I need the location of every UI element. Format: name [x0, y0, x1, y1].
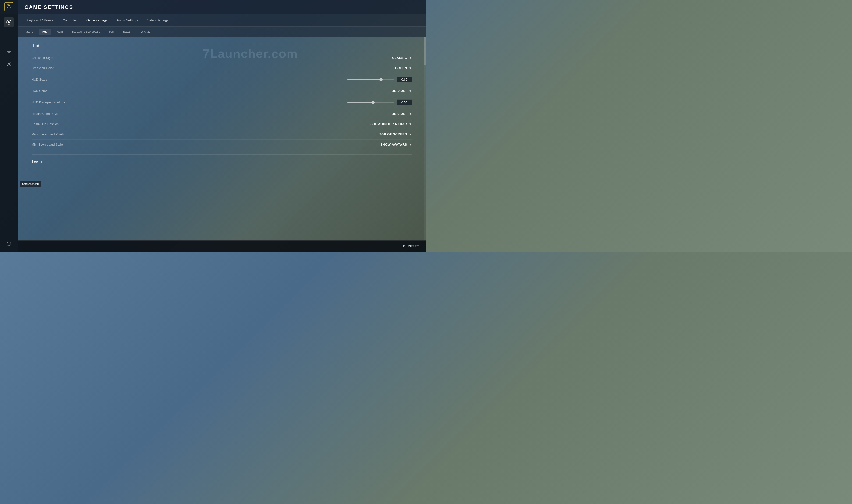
- health-ammo-style-label: Health/Ammo Style: [32, 112, 120, 115]
- crosshair-color-value: GREEN: [395, 66, 407, 70]
- csgo-logo: CS GO: [4, 2, 14, 12]
- svg-rect-5: [7, 35, 11, 38]
- sidebar-icons: [4, 14, 14, 239]
- crosshair-style-control: CLASSIC ▼: [120, 56, 412, 59]
- health-ammo-style-dropdown[interactable]: DEFAULT ▼: [392, 112, 412, 115]
- reset-button[interactable]: ↺ RESET: [403, 244, 419, 249]
- hud-color-chevron-icon: ▼: [409, 89, 412, 93]
- setting-row-bomb-hud-position: Bomb Hud Position SHOW UNDER RADAR ▼: [32, 119, 412, 129]
- hud-scale-slider-container: 0.85: [347, 76, 412, 83]
- mini-scoreboard-position-control: TOP OF SCREEN ▼: [120, 132, 412, 136]
- hud-bg-alpha-thumb: [371, 101, 375, 104]
- setting-row-mini-scoreboard-position: Mini-Scoreboard Position TOP OF SCREEN ▼: [32, 129, 412, 140]
- section-spacer: [32, 150, 412, 155]
- setting-row-crosshair-style: Crosshair Style CLASSIC ▼: [32, 53, 412, 63]
- sub-tabs: Game Hud Team Spectator / Scoreboard Ite…: [18, 26, 426, 37]
- bomb-hud-position-chevron-icon: ▼: [409, 123, 412, 126]
- tab-game-settings[interactable]: Game settings: [82, 15, 112, 26]
- team-section-title: Team: [32, 159, 412, 164]
- tab-audio-settings[interactable]: Audio Settings: [112, 15, 143, 26]
- bottom-bar: ↺ RESET: [18, 240, 426, 252]
- page-title: GAME SETTINGS: [24, 4, 73, 10]
- subtab-spectator-scoreboard[interactable]: Spectator / Scoreboard: [68, 29, 104, 35]
- setting-row-mini-scoreboard-style: Mini-Scoreboard Style SHOW AVATARS ▼: [32, 140, 412, 150]
- tv-icon[interactable]: [4, 46, 14, 55]
- hud-scale-value: 0.85: [397, 76, 412, 83]
- reset-label: RESET: [408, 245, 419, 248]
- bomb-hud-position-value: SHOW UNDER RADAR: [370, 122, 407, 126]
- bomb-hud-position-label: Bomb Hud Position: [32, 122, 120, 126]
- hud-section-title: Hud: [32, 44, 412, 48]
- svg-rect-6: [7, 49, 11, 52]
- tab-controller[interactable]: Controller: [58, 15, 82, 26]
- mini-scoreboard-position-dropdown[interactable]: TOP OF SCREEN ▼: [379, 132, 412, 136]
- top-bar: GAME SETTINGS: [18, 0, 426, 15]
- hud-scale-thumb: [379, 78, 383, 81]
- mini-scoreboard-style-value: SHOW AVATARS: [380, 143, 407, 146]
- crosshair-color-label: Crosshair Color: [32, 66, 120, 70]
- sidebar: CS GO: [0, 0, 18, 252]
- main-content: GAME SETTINGS Keyboard / Mouse Controlle…: [18, 0, 426, 252]
- hud-color-label: HUD Color: [32, 89, 120, 93]
- subtab-radar[interactable]: Radar: [119, 29, 135, 35]
- hud-scale-label: HUD Scale: [32, 78, 120, 81]
- svg-point-9: [8, 64, 10, 65]
- subtab-item[interactable]: Item: [105, 29, 118, 35]
- setting-row-health-ammo-style: Health/Ammo Style DEFAULT ▼: [32, 109, 412, 119]
- tab-keyboard-mouse[interactable]: Keyboard / Mouse: [22, 15, 58, 26]
- hud-bg-alpha-fill: [347, 102, 373, 103]
- subtab-game[interactable]: Game: [22, 29, 37, 35]
- hud-bg-alpha-track[interactable]: [347, 102, 394, 103]
- inventory-icon[interactable]: [4, 32, 14, 41]
- subtab-team[interactable]: Team: [52, 29, 67, 35]
- setting-row-crosshair-color: Crosshair Color GREEN ▼: [32, 63, 412, 73]
- hud-bg-alpha-slider-container: 0.50: [347, 100, 412, 105]
- setting-row-hud-background-alpha: HUD Background Alpha 0.50: [32, 96, 412, 109]
- tab-video-settings[interactable]: Video Settings: [143, 15, 173, 26]
- hud-color-dropdown[interactable]: DEFAULT ▼: [392, 89, 412, 93]
- crosshair-style-chevron-icon: ▼: [409, 56, 412, 59]
- crosshair-color-dropdown[interactable]: GREEN ▼: [395, 66, 412, 70]
- reset-icon: ↺: [403, 244, 406, 249]
- hud-scale-track[interactable]: [347, 79, 394, 80]
- setting-row-hud-color: HUD Color DEFAULT ▼: [32, 86, 412, 96]
- crosshair-color-control: GREEN ▼: [120, 66, 412, 70]
- mini-scoreboard-position-chevron-icon: ▼: [409, 133, 412, 136]
- team-section-divider: Team: [32, 155, 412, 164]
- subtab-twitch-tv[interactable]: Twitch.tv: [136, 29, 154, 35]
- sidebar-logo: CS GO: [0, 0, 18, 14]
- health-ammo-style-value: DEFAULT: [392, 112, 407, 115]
- nav-tabs: Keyboard / Mouse Controller Game setting…: [18, 15, 426, 26]
- hud-bg-alpha-value: 0.50: [397, 100, 412, 105]
- settings-area: Hud Crosshair Style CLASSIC ▼ Crosshair …: [18, 37, 426, 240]
- hud-background-alpha-label: HUD Background Alpha: [32, 101, 120, 104]
- hud-color-control: DEFAULT ▼: [120, 89, 412, 93]
- mini-scoreboard-style-label: Mini-Scoreboard Style: [32, 143, 120, 146]
- mini-scoreboard-style-dropdown[interactable]: SHOW AVATARS ▼: [380, 143, 412, 146]
- gear-icon[interactable]: [4, 59, 14, 69]
- subtab-hud[interactable]: Hud: [38, 29, 51, 35]
- health-ammo-style-chevron-icon: ▼: [409, 112, 412, 115]
- svg-marker-4: [8, 21, 11, 23]
- hud-scale-control: 0.85: [120, 76, 412, 83]
- crosshair-style-label: Crosshair Style: [32, 56, 120, 59]
- hud-scale-fill: [347, 79, 381, 80]
- bomb-hud-position-control: SHOW UNDER RADAR ▼: [120, 122, 412, 126]
- crosshair-color-chevron-icon: ▼: [409, 67, 412, 70]
- svg-text:GO: GO: [7, 6, 10, 9]
- crosshair-style-value: CLASSIC: [392, 56, 407, 59]
- mini-scoreboard-style-chevron-icon: ▼: [409, 143, 412, 146]
- hud-background-alpha-control: 0.50: [120, 100, 412, 105]
- bomb-hud-position-dropdown[interactable]: SHOW UNDER RADAR ▼: [370, 122, 412, 126]
- setting-row-hud-scale: HUD Scale 0.85: [32, 73, 412, 86]
- hud-color-value: DEFAULT: [392, 89, 407, 93]
- mini-scoreboard-position-value: TOP OF SCREEN: [379, 132, 407, 136]
- sidebar-bottom: [4, 239, 14, 252]
- power-icon[interactable]: [4, 239, 14, 249]
- health-ammo-style-control: DEFAULT ▼: [120, 112, 412, 115]
- mini-scoreboard-position-label: Mini-Scoreboard Position: [32, 132, 120, 136]
- mini-scoreboard-style-control: SHOW AVATARS ▼: [120, 143, 412, 146]
- svg-text:CS: CS: [7, 4, 10, 6]
- play-icon[interactable]: [4, 18, 14, 27]
- crosshair-style-dropdown[interactable]: CLASSIC ▼: [392, 56, 412, 59]
